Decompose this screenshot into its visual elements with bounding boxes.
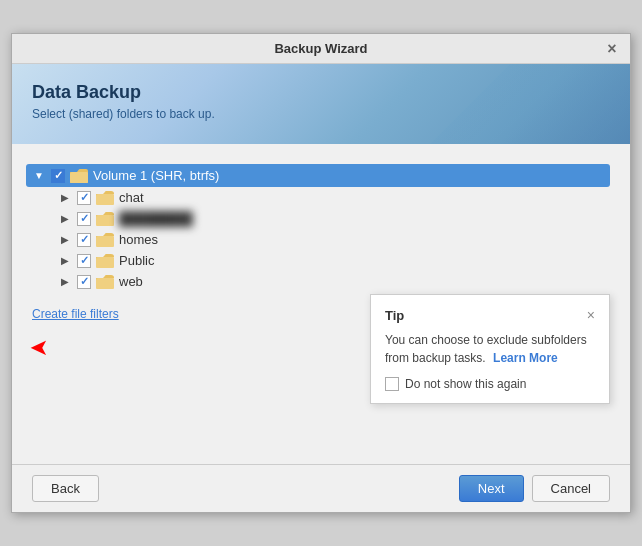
expand-arrow-blurred[interactable]: ▶ xyxy=(58,212,72,226)
root-item-label: Volume 1 (SHR, btrfs) xyxy=(93,168,219,183)
chat-checkbox[interactable] xyxy=(77,191,91,205)
folder-icon xyxy=(96,254,114,268)
expand-arrow-web[interactable]: ▶ xyxy=(58,275,72,289)
no-show-row: Do not show this again xyxy=(385,377,595,391)
chat-item-label: chat xyxy=(119,190,144,205)
svg-rect-2 xyxy=(96,194,114,205)
svg-rect-6 xyxy=(96,278,114,289)
no-show-checkbox[interactable] xyxy=(385,377,399,391)
tree-child-item[interactable]: ▶ ████████ xyxy=(42,208,610,229)
expand-arrow-chat[interactable]: ▶ xyxy=(58,191,72,205)
titlebar: Backup Wizard × xyxy=(12,34,630,64)
footer: Back Next Cancel xyxy=(12,464,630,512)
folder-icon xyxy=(96,233,114,247)
homes-checkbox[interactable] xyxy=(77,233,91,247)
folder-icon xyxy=(96,275,114,289)
folder-icon xyxy=(96,191,114,205)
tree-child-item[interactable]: ▶ Public xyxy=(42,250,610,271)
tip-title: Tip xyxy=(385,308,404,323)
header-section: Data Backup Select (shared) folders to b… xyxy=(12,64,630,144)
back-button[interactable]: Back xyxy=(32,475,99,502)
tree-child-item[interactable]: ▶ web xyxy=(42,271,610,292)
tree-children: ▶ chat ▶ ████████ xyxy=(42,187,610,292)
public-item-label: Public xyxy=(119,253,154,268)
expand-arrow-public[interactable]: ▶ xyxy=(58,254,72,268)
root-checkbox[interactable] xyxy=(51,169,65,183)
tree-child-item[interactable]: ▶ chat xyxy=(42,187,610,208)
homes-item-label: homes xyxy=(119,232,158,247)
create-file-filters-link[interactable]: Create file filters xyxy=(32,307,119,321)
tree-child-item[interactable]: ▶ homes xyxy=(42,229,610,250)
content-area: ➤ ▼ Volume 1 (SHR, btrfs) ▶ xyxy=(12,144,630,464)
page-subtitle: Select (shared) folders to back up. xyxy=(32,107,610,121)
collapse-arrow[interactable]: ▼ xyxy=(32,169,46,183)
next-button[interactable]: Next xyxy=(459,475,524,502)
svg-rect-1 xyxy=(70,172,88,183)
tip-body: You can choose to exclude subfolders fro… xyxy=(385,331,595,367)
page-title: Data Backup xyxy=(32,82,610,103)
web-checkbox[interactable] xyxy=(77,275,91,289)
footer-right-buttons: Next Cancel xyxy=(459,475,610,502)
expand-arrow-homes[interactable]: ▶ xyxy=(58,233,72,247)
svg-rect-5 xyxy=(96,257,114,268)
svg-rect-4 xyxy=(96,236,114,247)
tip-header: Tip × xyxy=(385,307,595,323)
web-item-label: web xyxy=(119,274,143,289)
folder-icon xyxy=(70,169,88,183)
folder-icon xyxy=(96,212,114,226)
learn-more-link[interactable]: Learn More xyxy=(493,351,558,365)
close-button[interactable]: × xyxy=(604,41,620,57)
red-arrow-indicator: ➤ xyxy=(30,337,47,361)
svg-rect-3 xyxy=(96,215,114,226)
tip-popup: Tip × You can choose to exclude subfolde… xyxy=(370,294,610,404)
cancel-button[interactable]: Cancel xyxy=(532,475,610,502)
tree-root-item[interactable]: ▼ Volume 1 (SHR, btrfs) xyxy=(26,164,610,187)
backup-wizard-window: Backup Wizard × Data Backup Select (shar… xyxy=(11,33,631,513)
blurred-item-label: ████████ xyxy=(119,211,193,226)
no-show-label: Do not show this again xyxy=(405,377,526,391)
blurred-checkbox[interactable] xyxy=(77,212,91,226)
tip-close-button[interactable]: × xyxy=(587,307,595,323)
public-checkbox[interactable] xyxy=(77,254,91,268)
window-title: Backup Wizard xyxy=(274,41,367,56)
folder-tree: ▼ Volume 1 (SHR, btrfs) ▶ xyxy=(32,164,610,292)
